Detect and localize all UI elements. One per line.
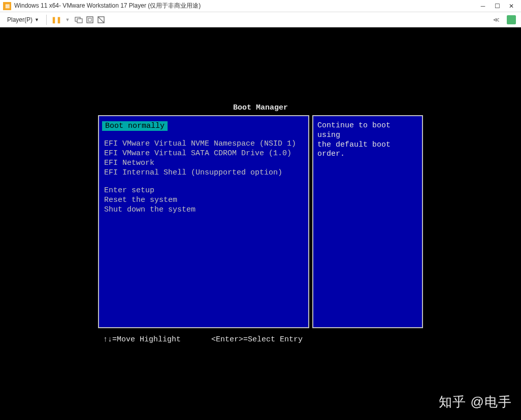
player-menu[interactable]: Player(P) ▼	[4, 15, 42, 24]
boot-item[interactable]: EFI Network	[99, 158, 308, 168]
toolbar-separator	[46, 15, 47, 25]
boot-item[interactable]: EFI VMware Virtual SATA CDROM Drive (1.0…	[99, 149, 308, 158]
boot-help-line: Continue to boot using	[317, 121, 418, 141]
close-button[interactable]: ✕	[508, 3, 515, 10]
boot-item[interactable]: EFI Internal Shell (Unsupported option)	[99, 168, 308, 178]
boot-help-line: the default boot order.	[317, 141, 418, 160]
svg-rect-2	[87, 17, 93, 23]
toolbar-right: ≪	[491, 14, 517, 25]
send-keys-icon[interactable]	[73, 14, 84, 25]
chevron-down-icon: ▼	[35, 17, 39, 22]
boot-item[interactable]: Reset the system	[99, 195, 308, 205]
boot-manager-title: Boot Manager	[98, 103, 423, 112]
player-menu-label: Player(P)	[7, 16, 32, 23]
vm-screen[interactable]: Boot Manager Boot normally EFI VMware Vi…	[0, 27, 521, 420]
maximize-button[interactable]: ☐	[494, 3, 501, 10]
boot-item-selected[interactable]: Boot normally	[102, 121, 168, 131]
boot-footer-select: <Enter>=Select Entry	[211, 335, 303, 344]
boot-item[interactable]: EFI VMware Virtual NVME Namespace (NSID …	[99, 139, 308, 149]
svg-line-5	[98, 17, 104, 23]
boot-footer: ↑↓=Move Highlight <Enter>=Select Entry	[98, 335, 423, 344]
power-dropdown-icon[interactable]: ▼	[62, 14, 73, 25]
boot-item[interactable]: Enter setup	[99, 186, 308, 195]
toolbar: Player(P) ▼ ❚❚ ▼ ≪	[0, 12, 521, 27]
boot-manager: Boot Manager Boot normally EFI VMware Vi…	[98, 103, 423, 344]
unity-icon[interactable]	[95, 14, 107, 25]
vmware-icon: ▦	[3, 2, 11, 10]
window-titlebar: ▦ Windows 11 x64- VMware Workstation 17 …	[0, 0, 521, 12]
boot-menu: Boot normally EFI VMware Virtual NVME Na…	[98, 115, 309, 328]
back-icon[interactable]: ≪	[491, 14, 502, 25]
svg-rect-1	[77, 19, 82, 23]
window-controls: ─ ☐ ✕	[479, 3, 518, 10]
pause-icon[interactable]: ❚❚	[51, 14, 62, 25]
minimize-button[interactable]: ─	[479, 3, 486, 10]
boot-help-panel: Continue to boot using the default boot …	[312, 115, 423, 328]
window-title: Windows 11 x64- VMware Workstation 17 Pl…	[14, 2, 479, 10]
boot-footer-move: ↑↓=Move Highlight	[103, 335, 181, 344]
fullscreen-icon[interactable]	[84, 14, 95, 25]
boot-item[interactable]: Shut down the system	[99, 205, 308, 215]
watermark: 知乎 @电手	[439, 393, 512, 411]
svg-rect-3	[88, 18, 91, 21]
note-icon[interactable]	[506, 14, 517, 25]
